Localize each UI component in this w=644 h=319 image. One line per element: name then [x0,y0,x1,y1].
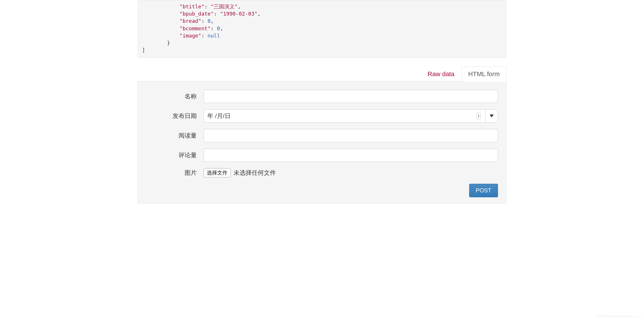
input-comment[interactable] [204,149,498,162]
input-pub-date[interactable]: 年 /月/日 ▲▼ [204,109,485,123]
tab-list: Raw data HTML form [138,67,506,82]
form-actions: POST [146,184,498,197]
form-row-comment: 评论量 [146,149,498,162]
input-name[interactable] [204,90,498,103]
date-placeholder-text: 年 /月/日 [207,112,477,120]
date-spinner-icon[interactable]: ▲▼ [477,113,481,119]
input-read[interactable] [204,129,498,142]
form-row-name: 名称 [146,90,498,103]
file-status-text: 未选择任何文件 [234,169,276,177]
label-image: 图片 [146,169,204,177]
html-form-panel: 名称 发布日期 年 /月/日 ▲▼ [138,81,506,203]
response-body-panel: "btitle": "三国演义", "bpub_date": "1990-02-… [138,0,506,58]
response-json: "btitle": "三国演义", "bpub_date": "1990-02-… [142,3,502,54]
label-comment: 评论量 [146,151,204,159]
label-pub-date: 发布日期 [146,112,204,120]
tab-html-form-link[interactable]: HTML form [462,67,506,82]
svg-marker-0 [490,115,494,117]
post-button[interactable]: POST [469,184,498,197]
tab-raw-data[interactable]: Raw data [421,67,461,82]
form-row-read: 阅读量 [146,129,498,142]
label-name: 名称 [146,92,204,100]
form-row-pub-date: 发布日期 年 /月/日 ▲▼ [146,109,498,123]
choose-file-button[interactable]: 选择文件 [204,168,231,177]
form-row-image: 图片 选择文件 未选择任何文件 [146,168,498,177]
request-form-tabs: Raw data HTML form 名称 发布日期 年 /月/日 [138,67,506,203]
label-read: 阅读量 [146,132,204,140]
tab-html-form[interactable]: HTML form [462,67,506,82]
date-dropdown-button[interactable] [485,109,498,123]
tab-raw-data-link[interactable]: Raw data [421,67,461,82]
chevron-down-icon [490,115,494,117]
